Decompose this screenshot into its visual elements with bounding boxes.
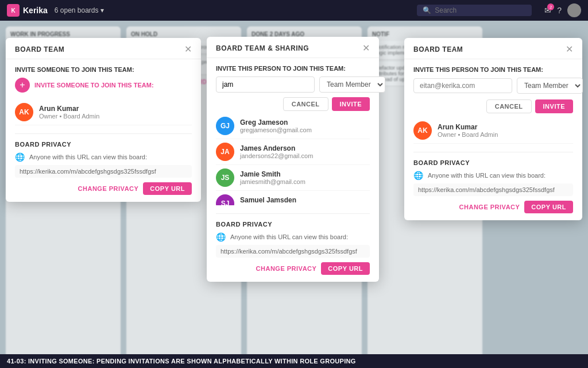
invite-label: INVITE THIS PERSON TO JOIN THIS TEAM:: [216, 65, 370, 72]
user-name: Samuel Jamsden: [240, 196, 370, 204]
privacy-url: https://kerika.com/m/abcdefgshgsdgs325fs…: [216, 245, 370, 258]
change-privacy-button[interactable]: CHANGE PRIVACY: [256, 265, 317, 272]
bottom-bar-text: 41-03: INVITING SOMEONE: PENDING INVITAT…: [7, 358, 356, 365]
globe-icon: 🌐: [216, 232, 226, 241]
user-email: gregjameson@gmail.com: [240, 126, 370, 133]
privacy-section: BOARD PRIVACY 🌐 Anyone with this URL can…: [216, 213, 370, 275]
user-info: James Anderson jandersons22@gmail.com: [240, 144, 370, 159]
user-item[interactable]: SJ Samuel Jamsden wizard@gmail.com: [216, 191, 370, 205]
cancel-button[interactable]: CANCEL: [486, 99, 532, 113]
user-name: Arun Kumar: [39, 105, 99, 113]
user-item[interactable]: GJ Greg Jameson gregjameson@gmail.com: [216, 113, 370, 139]
user-email: jamiesmith@gmail.com: [240, 178, 370, 185]
privacy-title: BOARD PRIVACY: [15, 141, 192, 148]
user-role: Owner • Board Admin: [39, 113, 99, 120]
boards-menu[interactable]: 6 open boards ▾: [55, 6, 104, 14]
privacy-actions: CHANGE PRIVACY COPY URL: [15, 182, 192, 195]
col-header: WORK IN PROGRESS: [10, 31, 116, 37]
panel-header: BOARD TEAM & SHARING ✕: [207, 37, 379, 58]
user-info: Arun Kumar Owner • Board Admin: [438, 123, 498, 138]
user-email: jandersons22@gmail.com: [240, 152, 370, 159]
panel-title: BOARD TEAM: [15, 45, 64, 53]
member-row: AK Arun Kumar Owner • Board Admin: [413, 118, 573, 144]
privacy-section: BOARD PRIVACY 🌐 Anyone with this URL can…: [413, 152, 573, 213]
bottom-bar: 41-03: INVITING SOMEONE: PENDING INVITAT…: [0, 354, 588, 368]
avatar: GJ: [216, 117, 234, 135]
member-info: AK Arun Kumar Owner • Board Admin: [413, 121, 498, 140]
user-info: Arun Kumar Owner • Board Admin: [39, 105, 99, 120]
user-item[interactable]: JA James Anderson jandersons22@gmail.com: [216, 139, 370, 165]
privacy-actions: CHANGE PRIVACY COPY URL: [216, 262, 370, 275]
search-icon: 🔍: [423, 6, 431, 14]
privacy-row: 🌐 Anyone with this URL can view this boa…: [413, 171, 573, 180]
logo-text: Kerika: [23, 6, 48, 15]
invite-label: INVITE SOMEONE TO JOIN THIS TEAM:: [15, 66, 192, 73]
privacy-row: 🌐 Anyone with this URL can view this boa…: [15, 152, 192, 162]
privacy-url: https://kerika.com/m/abcdefgshgsdgs325fs…: [413, 183, 573, 196]
user-role: Owner • Board Admin: [438, 131, 498, 138]
board-area: WORK IN PROGRESS Discussion on asset man…: [0, 21, 588, 368]
change-privacy-button[interactable]: CHANGE PRIVACY: [78, 185, 139, 192]
user-name: Arun Kumar: [438, 123, 498, 131]
member-row: AK Arun Kumar Owner • Board Admin: [15, 99, 192, 125]
search-input[interactable]: [435, 6, 526, 14]
invite-link[interactable]: INVITE SOMEONE TO JOIN THIS TEAM:: [34, 82, 154, 89]
invite-row: + INVITE SOMEONE TO JOIN THIS TEAM:: [15, 78, 192, 93]
col-header: NOTIF: [372, 31, 478, 37]
search-invite-input[interactable]: [216, 76, 315, 93]
search-bar: 🔍: [417, 5, 532, 16]
close-icon[interactable]: ✕: [362, 44, 370, 53]
role-select[interactable]: Team Member Board Admin Observer: [319, 76, 385, 93]
panel-body: INVITE THIS PERSON TO JOIN THIS TEAM: Te…: [404, 59, 582, 220]
help-icon[interactable]: ?: [557, 6, 562, 15]
privacy-url: https://kerika.com/m/abcdefgshgsdgs325fs…: [15, 165, 192, 178]
privacy-section: BOARD PRIVACY 🌐 Anyone with this URL can…: [15, 133, 192, 195]
email-role-container: Team Member Board Admin Observer: [413, 78, 573, 94]
user-item[interactable]: JS Jamie Smith jamiesmith@gmail.com: [216, 165, 370, 191]
search-role-row: Team Member Board Admin Observer: [216, 76, 370, 93]
avatar: AK: [15, 103, 33, 121]
invite-add-button[interactable]: +: [15, 78, 30, 93]
action-row: CANCEL INVITE: [216, 97, 370, 111]
panel-body: INVITE SOMEONE TO JOIN THIS TEAM: + INVI…: [6, 59, 201, 202]
copy-url-button[interactable]: COPY URL: [524, 201, 573, 213]
avatar: SJ: [216, 194, 234, 205]
panel-board-team-left: BOARD TEAM ✕ INVITE SOMEONE TO JOIN THIS…: [6, 38, 201, 202]
privacy-title: BOARD PRIVACY: [413, 159, 573, 166]
copy-url-button[interactable]: COPY URL: [143, 182, 192, 195]
privacy-text: Anyone with this URL can view this board…: [29, 154, 147, 160]
user-info: Samuel Jamsden wizard@gmail.com: [240, 196, 370, 205]
user-name: Jamie Smith: [240, 170, 370, 178]
close-icon[interactable]: ✕: [184, 45, 192, 54]
panel-board-team-right: BOARD TEAM ✕ INVITE THIS PERSON TO JOIN …: [404, 38, 582, 220]
panel-title: BOARD TEAM & SHARING: [216, 44, 309, 52]
user-name: James Anderson: [240, 144, 370, 152]
copy-url-button[interactable]: COPY URL: [321, 262, 370, 275]
change-privacy-button[interactable]: CHANGE PRIVACY: [459, 204, 520, 210]
role-select[interactable]: Team Member Board Admin Observer: [517, 78, 583, 94]
email-input[interactable]: [413, 78, 512, 93]
privacy-actions: CHANGE PRIVACY COPY URL: [413, 201, 573, 213]
panel-title: BOARD TEAM: [413, 45, 463, 53]
notifications-icon[interactable]: ✉ 2: [544, 6, 551, 15]
privacy-title: BOARD PRIVACY: [216, 221, 370, 228]
topnav: K Kerika 6 open boards ▾ 🔍 ✉ 2 ?: [0, 0, 588, 21]
avatar[interactable]: [567, 3, 581, 17]
panel-header: BOARD TEAM ✕: [404, 38, 582, 59]
cancel-button[interactable]: CANCEL: [283, 97, 328, 111]
user-email: wizard@gmail.com: [240, 204, 370, 205]
globe-icon: 🌐: [413, 171, 423, 180]
avatar: JS: [216, 168, 234, 187]
globe-icon: 🌐: [15, 152, 25, 162]
panel-board-team-sharing: BOARD TEAM & SHARING ✕ INVITE THIS PERSO…: [207, 37, 379, 282]
close-icon[interactable]: ✕: [566, 45, 573, 54]
user-name: Greg Jameson: [240, 118, 370, 126]
invite-button[interactable]: INVITE: [535, 99, 573, 113]
invite-email-row: Team Member Board Admin Observer CANCEL …: [413, 78, 573, 113]
logo[interactable]: K Kerika: [7, 4, 48, 17]
logo-icon: K: [7, 4, 20, 17]
avatar: AK: [413, 121, 432, 140]
invite-button[interactable]: INVITE: [332, 97, 370, 111]
nav-icons: ✉ 2 ?: [544, 3, 581, 17]
avatar: JA: [216, 143, 234, 161]
